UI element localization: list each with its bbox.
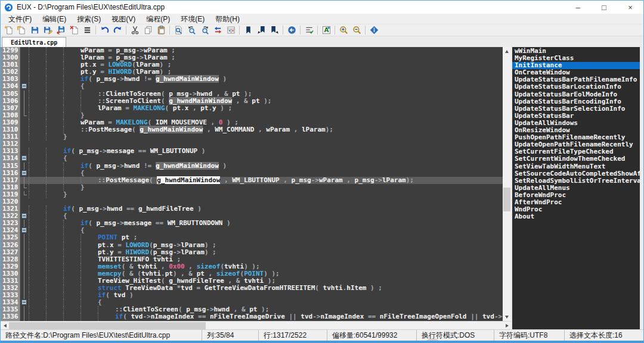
toolbar-syntax-highlight-button[interactable] [320,24,333,36]
code-line[interactable]: 1300lParam = p_msg->lParam ; [1,54,503,61]
symbol-item[interactable]: UpdateStatusBarEolModeInfo [512,91,640,98]
vertical-scrollbar-thumb[interactable] [503,188,510,211]
fold-margin[interactable] [20,155,29,162]
fold-margin[interactable] [20,126,29,133]
line-number[interactable]: 1317 [1,177,20,184]
code-line[interactable]: 1315if( p_msg->hwnd != g_hwndMainWindow … [1,163,503,170]
maximize-button[interactable]: □ [591,1,617,14]
fold-margin[interactable] [20,213,29,220]
code-line[interactable]: 1310::PostMessage( g_hwndMainWindow , WM… [1,126,503,133]
vertical-scrollbar[interactable] [503,47,511,321]
title-bar[interactable]: EUX - D:\Program Files\EUX\test\EditUltr… [1,1,643,14]
symbol-list-scrollbar[interactable] [640,47,643,329]
symbol-item[interactable]: SetReloadSymbolListOrTreeIntervalMen [512,177,640,185]
fold-margin[interactable] [20,133,29,141]
symbol-item[interactable]: SetSourceCodeAutoCompletedShowAfter [512,170,640,177]
fold-margin[interactable] [20,198,29,205]
toolbar-redo-button[interactable] [111,24,124,36]
line-number[interactable]: 1328 [1,256,20,263]
line-number[interactable]: 1304 [1,83,20,90]
code-line[interactable]: 1323if( p_msg->message == WM_RBUTTONDOWN… [1,220,503,227]
code-line[interactable]: 1313if( p_msg->message == WM_LBUTTONUP ) [1,148,503,155]
fold-margin[interactable] [20,277,29,285]
toolbar-bookmark-toggle-button[interactable] [242,24,255,36]
symbol-item[interactable]: SetViewTabWidthMenuText [512,163,640,170]
fold-margin[interactable] [20,256,29,263]
toolbar-undo-button[interactable] [98,24,111,36]
fold-margin[interactable] [20,54,29,61]
toolbar-save-button[interactable] [28,24,41,36]
code-line[interactable]: 1336if( tvd->nImageIndex == nFileTreeIma… [1,313,503,320]
toolbar-save-all-button[interactable] [54,24,67,36]
scroll-down-arrow[interactable] [503,313,511,321]
code-line[interactable]: 1326pt.x = LOWORD(p_msg->lParam) ; [1,242,503,249]
symbol-item[interactable]: UpdateStatusBarLocationInfo [512,83,640,91]
fold-margin[interactable] [20,76,29,83]
menu-edit[interactable]: 编辑(E) [37,14,72,24]
fold-margin[interactable] [20,313,29,320]
toolbar-find-prev-button[interactable] [185,24,198,36]
fold-margin[interactable] [20,234,29,241]
code-line[interactable]: 1311} [1,133,503,141]
code-editor[interactable]: 1299wParam = p_msg->wParam ;1300lParam =… [1,47,503,321]
horizontal-scrollbar-thumb[interactable] [9,322,206,329]
code-line[interactable]: 1302pt.y = HIWORD(lParam) ; [1,68,503,76]
code-line[interactable]: 1321if( p_msg->hwnd == g_hwndFileTree ) [1,205,503,213]
code-line[interactable]: 1299wParam = p_msg->wParam ; [1,47,503,54]
fold-margin[interactable] [20,61,29,68]
fold-margin[interactable] [20,98,29,105]
fold-margin[interactable] [20,112,29,119]
toolbar-navigate-back-button[interactable] [285,24,298,36]
menu-view[interactable]: 视图(V) [106,14,141,24]
code-line[interactable]: 1314{ [1,155,503,162]
symbol-item[interactable]: SetCurrentWindowThemeChecked [512,155,640,163]
code-line[interactable]: 1318} [1,184,503,191]
code-line[interactable]: 1325POINT pt ; [1,234,503,241]
minimize-button[interactable]: – [565,1,591,14]
fold-margin[interactable] [20,68,29,76]
fold-margin[interactable] [20,177,29,184]
toolbar-find-next-button[interactable] [198,24,211,36]
fold-margin[interactable] [20,184,29,191]
toolbar-close-file-button[interactable] [67,24,80,36]
code-line[interactable]: 1307lParam = MAKELONG( pt.x , pt.y ) ; [1,105,503,112]
menu-program[interactable]: 编程(P) [141,14,175,24]
fold-margin[interactable] [20,141,29,148]
fold-margin[interactable] [20,119,29,126]
toolbar-zoom-out-button[interactable] [350,24,363,36]
fold-margin[interactable] [20,163,29,170]
code-line[interactable]: 1324{ [1,227,503,234]
line-number[interactable]: 1315 [1,163,20,170]
code-line[interactable]: 1308} [1,112,503,119]
fold-margin[interactable] [20,170,29,177]
close-button[interactable]: × [617,1,643,14]
line-number[interactable]: 1316 [1,170,20,177]
fold-margin[interactable] [20,227,29,234]
code-line[interactable]: 1322{ [1,213,503,220]
fold-margin[interactable] [20,83,29,90]
menu-help[interactable]: 帮助(H) [210,14,245,24]
tab-editultra-cpp[interactable]: EditUltra.cpp [2,37,66,47]
fold-margin[interactable] [20,299,29,306]
fold-collapse-icon[interactable] [21,227,27,233]
fold-margin[interactable] [20,105,29,112]
code-line[interactable]: 1333if( tvd ) [1,292,503,299]
fold-collapse-icon[interactable] [21,213,27,219]
scroll-right-arrow[interactable] [503,322,511,330]
fold-margin[interactable] [20,270,29,277]
toolbar-replace-in-files-button[interactable] [224,24,237,36]
toolbar-save-as-button[interactable] [41,24,54,36]
line-number[interactable]: 1327 [1,249,20,256]
fold-collapse-icon[interactable] [21,83,27,89]
toolbar-copy-button[interactable] [141,24,154,36]
menu-environment[interactable]: 环境(E) [175,14,210,24]
scroll-left-arrow[interactable] [1,322,9,330]
symbol-item[interactable]: About [512,213,640,220]
line-number[interactable]: 1336 [1,313,20,320]
line-number[interactable]: 1326 [1,242,20,249]
fold-collapse-icon[interactable] [21,155,27,161]
code-line[interactable]: 1327pt.y = HIWORD(p_msg->lParam) ; [1,249,503,256]
toolbar-cut-button[interactable] [128,24,141,36]
fold-margin[interactable] [20,191,29,198]
fold-collapse-icon[interactable] [21,170,27,176]
